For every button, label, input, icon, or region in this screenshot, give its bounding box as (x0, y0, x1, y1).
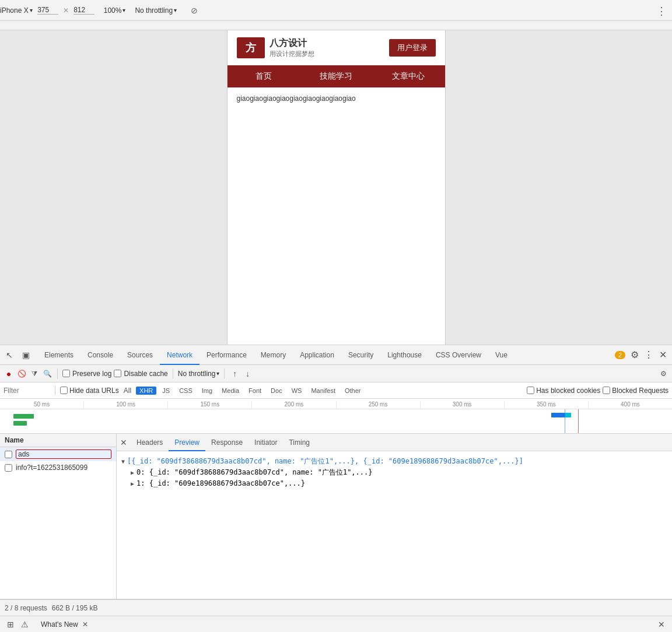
tab-headers[interactable]: Headers (131, 434, 169, 451)
close-bottom-bar-button[interactable]: ✕ (656, 619, 667, 630)
filter-input[interactable] (4, 387, 50, 395)
bottom-tab-close-button[interactable]: ✕ (80, 620, 90, 629)
tab-timing[interactable]: Timing (283, 434, 316, 451)
throttle-selector[interactable]: No throttling ▾ (135, 6, 177, 15)
transfer-size: 662 B / 195 kB (52, 604, 98, 612)
settings-button[interactable]: ⚙ (628, 348, 642, 362)
device-select[interactable]: iPhone X ▾ (0, 6, 33, 15)
filter-manifest[interactable]: Manifest (307, 387, 339, 395)
tab-elements[interactable]: Elements (37, 345, 80, 365)
tab-performance[interactable]: Performance (200, 345, 254, 365)
zoom-selector[interactable]: 100% ▾ (104, 6, 126, 15)
tab-sources[interactable]: Sources (120, 345, 160, 365)
json-item-0[interactable]: ▶ 0: {_id: "609df38688679d3aac8b07cd", n… (131, 467, 667, 478)
login-button[interactable]: 用户登录 (389, 39, 436, 57)
filter-img[interactable]: Img (198, 387, 216, 395)
filter-css[interactable]: CSS (176, 387, 196, 395)
stop-button[interactable]: 🚫 (16, 368, 27, 379)
warning-badge: 2 (615, 351, 625, 359)
timeline-ruler: 50 ms 100 ms 150 ms 200 ms 250 ms 300 ms… (0, 399, 672, 409)
search-button[interactable]: 🔍 (42, 368, 52, 379)
filter-ws[interactable]: WS (288, 387, 306, 395)
timeline-chart (0, 409, 672, 434)
width-input[interactable] (37, 6, 58, 15)
hide-data-urls-checkbox[interactable] (60, 387, 68, 394)
tab-response[interactable]: Response (205, 434, 249, 451)
request-checkbox-info[interactable] (5, 464, 12, 472)
device-mode-button[interactable]: ▣ (19, 348, 33, 362)
disable-cache-checkbox[interactable] (114, 370, 121, 377)
filter-media[interactable]: Media (218, 387, 243, 395)
more-options-button[interactable]: ⋮ (656, 5, 667, 16)
toolbar-separator-3 (224, 368, 225, 379)
close-devtools-button[interactable]: ✕ (656, 348, 670, 362)
more-tools-button[interactable]: ⋮ (642, 348, 656, 362)
preserve-log-checkbox[interactable] (62, 370, 70, 377)
nav-skills[interactable]: 技能学习 (300, 65, 372, 87)
timeline-red-line (578, 409, 579, 434)
json-items: ▶ 0: {_id: "609df38688679d3aac8b07cd", n… (121, 467, 667, 489)
throttle-dropdown[interactable]: No throttling ▾ (178, 370, 220, 378)
record-button[interactable]: ● (4, 368, 14, 379)
toolbar-separator (57, 368, 58, 379)
download-button[interactable]: ↓ (242, 368, 253, 379)
tab-application[interactable]: Application (293, 345, 341, 365)
disable-cache-label[interactable]: Disable cache (114, 370, 167, 378)
tab-console[interactable]: Console (80, 345, 120, 365)
timeline-vertical-line (565, 409, 565, 434)
nav-home[interactable]: 首页 (228, 65, 300, 87)
nav-articles[interactable]: 文章中心 (372, 65, 444, 87)
tab-css-overview[interactable]: CSS Overview (429, 345, 488, 365)
bottom-tab-whats-new[interactable]: What's New ✕ (35, 616, 96, 633)
blocked-requests-label[interactable]: Blocked Requests (603, 387, 668, 395)
filter-xhr[interactable]: XHR (136, 387, 156, 395)
filter-doc[interactable]: Doc (267, 387, 286, 395)
tab-vue[interactable]: Vue (488, 345, 514, 365)
filter-bar: Hide data URLs All XHR JS CSS Img Media … (0, 382, 672, 399)
upload-button[interactable]: ↑ (229, 368, 240, 379)
hide-data-urls-label[interactable]: Hide data URLs (60, 387, 119, 395)
json-item-1[interactable]: ▶ 1: {_id: "609e189688679d3aac8b07ce",..… (131, 478, 667, 489)
blocked-requests-checkbox[interactable] (603, 387, 610, 394)
bottom-icon-warning[interactable]: ⚠ (19, 619, 30, 630)
preview-close-button[interactable]: ✕ (117, 436, 131, 450)
request-checkbox-ads[interactable] (5, 451, 12, 458)
request-count: 2 / 8 requests (5, 604, 47, 612)
site-content: giaogiaogiaogiaogiaogiaogiaogiaogiao (228, 87, 445, 110)
filter-other[interactable]: Other (341, 387, 365, 395)
filter-button[interactable]: ⧩ (29, 368, 40, 379)
devtools-tab-icons: ↖ ▣ (2, 348, 33, 362)
timeline-bar-1 (13, 421, 27, 426)
tab-lighthouse[interactable]: Lighthouse (380, 345, 429, 365)
request-list-header: Name (0, 434, 116, 447)
cursor-icon-button[interactable]: ↖ (2, 348, 16, 362)
timeline-bar-0 (13, 414, 34, 419)
device-toolbar: iPhone X ▾ ✕ 100% ▾ No throttling ▾ ⊘ ⋮ (0, 0, 672, 21)
json-root[interactable]: ▼ [{_id: "609df38688679d3aac8b07cd", nam… (121, 456, 667, 467)
tab-network[interactable]: Network (160, 345, 200, 365)
status-bar: 2 / 8 requests 662 B / 195 kB (0, 599, 672, 616)
site-logo: 方 八方设计 用设计挖掘梦想 (237, 37, 314, 58)
blocked-cookies-checkbox[interactable] (527, 387, 534, 394)
browser-viewport: 方 八方设计 用设计挖掘梦想 用户登录 首页 技能学习 文章中心 giaogia… (0, 30, 672, 345)
preview-tabs: ✕ Headers Preview Response Initiator Tim… (117, 434, 672, 451)
filter-all[interactable]: All (121, 387, 134, 395)
blocked-cookies-label[interactable]: Has blocked cookies (527, 387, 600, 395)
filter-font[interactable]: Font (245, 387, 265, 395)
site-subtitle: 用设计挖掘梦想 (270, 50, 314, 58)
tab-initiator[interactable]: Initiator (249, 434, 283, 451)
tab-security[interactable]: Security (341, 345, 380, 365)
preserve-log-label[interactable]: Preserve log (62, 370, 111, 378)
timeline-area: 50 ms 100 ms 150 ms 200 ms 250 ms 300 ms… (0, 399, 672, 434)
network-settings-button[interactable]: ⚙ (658, 368, 668, 379)
tab-preview[interactable]: Preview (169, 434, 205, 451)
tab-memory[interactable]: Memory (254, 345, 293, 365)
request-name-info: info?t=1622531865099 (16, 464, 111, 472)
logo-icon: 方 (237, 37, 265, 58)
rotate-button[interactable]: ⊘ (188, 5, 200, 16)
filter-js[interactable]: JS (159, 387, 173, 395)
height-input[interactable] (74, 6, 94, 15)
request-item-info[interactable]: info?t=1622531865099 (0, 461, 116, 474)
request-item-ads[interactable]: ads (0, 447, 116, 461)
bottom-icon-grid[interactable]: ⊞ (5, 619, 16, 630)
